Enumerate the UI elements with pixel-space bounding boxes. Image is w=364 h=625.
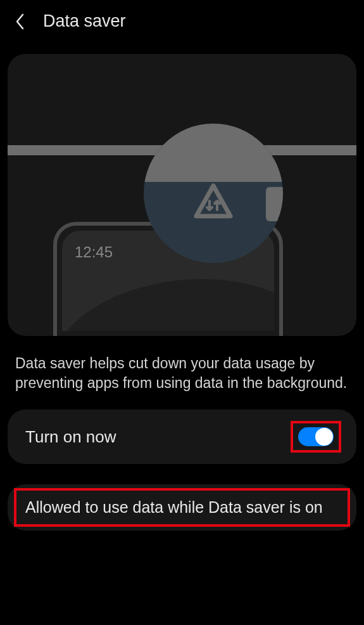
page-title: Data saver — [43, 11, 126, 31]
illustration-phone-wave — [62, 266, 274, 331]
description-text: Data saver helps cut down your data usag… — [0, 336, 364, 404]
allowed-apps-content: Allowed to use data while Data saver is … — [8, 484, 356, 531]
toggle-knob — [315, 428, 333, 446]
illustration-phone-time: 12:45 — [75, 243, 113, 261]
allowed-apps-row[interactable]: Allowed to use data while Data saver is … — [8, 484, 356, 531]
illustration-magnifier-top — [144, 124, 283, 182]
data-saver-toggle[interactable] — [298, 427, 334, 446]
highlight-box-toggle — [291, 421, 341, 453]
turn-on-now-row[interactable]: Turn on now — [8, 409, 356, 464]
battery-icon — [266, 187, 283, 221]
illustration-card: 12:45 — [8, 54, 356, 336]
illustration-magnifier — [144, 124, 283, 263]
allowed-apps-label: Allowed to use data while Data saver is … — [25, 497, 339, 518]
turn-on-now-label: Turn on now — [25, 427, 116, 447]
data-saver-icon — [191, 183, 235, 222]
back-icon[interactable] — [13, 14, 28, 29]
header: Data saver — [0, 0, 364, 42]
